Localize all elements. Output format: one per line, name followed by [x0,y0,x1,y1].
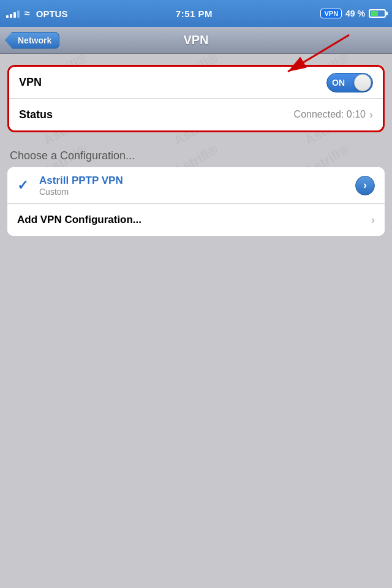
wifi-icon: ≈ [24,8,30,19]
status-left: ≈ OPTUS [6,8,67,19]
config-detail-button[interactable]: › [355,176,375,195]
astrill-config-row[interactable]: ✓ Astrill PPTP VPN Custom › [7,167,385,204]
vpn-status-badge: VPN [320,9,342,18]
status-value: Connected: 0:10 [294,109,366,120]
status-row[interactable]: Status Connected: 0:10 › [9,99,383,130]
signal-icon [6,9,20,18]
vpn-toggle[interactable]: ON [326,73,373,92]
config-name: Astrill PPTP VPN [39,175,348,187]
vpn-toggle-row[interactable]: VPN ON [9,67,383,99]
config-card: ✓ Astrill PPTP VPN Custom › Add VPN Conf… [7,167,385,236]
carrier-name: OPTUS [36,9,68,19]
add-vpn-row[interactable]: Add VPN Configuration... › [7,204,385,236]
status-right: VPN 49 % [320,9,386,18]
settings-sections: VPN ON Status Connected: 0:10 › Choose a… [0,65,392,236]
config-info: Astrill PPTP VPN Custom [39,175,348,197]
battery-percent: 49 % [345,9,365,18]
status-label: Status [19,108,53,121]
toggle-on-label: ON [332,78,345,88]
nav-title: VPN [183,33,208,47]
add-vpn-chevron: › [371,214,375,227]
battery-fill [371,11,378,16]
vpn-label: VPN [19,76,42,89]
status-chevron: › [369,108,373,121]
status-bar: ≈ OPTUS 7:51 PM VPN 49 % [0,0,392,27]
checkmark-icon: ✓ [17,178,32,194]
content-area: Astrill® Astrill® Astrill® Astrill® Astr… [0,54,392,236]
battery-icon [369,9,386,18]
status-time: 7:51 PM [176,9,213,19]
add-vpn-label: Add VPN Configuration... [17,214,141,226]
status-value-container: Connected: 0:10 › [294,108,373,121]
config-type: Custom [39,187,348,197]
back-button-label: Network [18,36,51,45]
nav-bar: Network VPN [0,27,392,54]
vpn-highlighted-section: VPN ON Status Connected: 0:10 › [7,65,385,132]
back-button[interactable]: Network [5,32,59,49]
detail-chevron-icon: › [363,179,367,192]
toggle-knob [354,74,371,91]
config-section-header: Choose a Configuration... [0,140,392,167]
